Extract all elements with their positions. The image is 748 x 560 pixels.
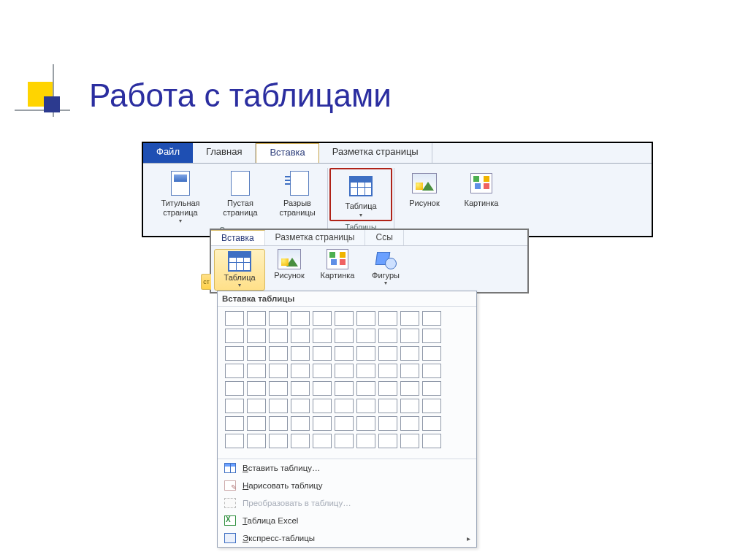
- grid-cell[interactable]: [400, 311, 419, 326]
- grid-cell[interactable]: [422, 399, 441, 413]
- grid-cell[interactable]: [247, 311, 266, 326]
- grid-cell[interactable]: [269, 364, 288, 378]
- grid-cell[interactable]: [356, 346, 375, 361]
- grid-cell[interactable]: [291, 311, 310, 326]
- grid-cell[interactable]: [313, 399, 332, 413]
- grid-cell[interactable]: [269, 329, 288, 343]
- grid-cell[interactable]: [356, 434, 375, 448]
- grid-cell[interactable]: [335, 311, 354, 326]
- grid-cell[interactable]: [335, 434, 354, 448]
- blank-page-button[interactable]: Пустая страница: [212, 168, 269, 224]
- grid-cell[interactable]: [269, 311, 288, 326]
- grid-cell[interactable]: [378, 364, 397, 378]
- grid-cell[interactable]: [422, 311, 441, 326]
- grid-cell[interactable]: [400, 346, 419, 361]
- grid-cell[interactable]: [335, 346, 354, 361]
- grid-cell[interactable]: [269, 416, 288, 431]
- menu-quick-tables[interactable]: Экспресс-таблицы ▸: [218, 529, 476, 547]
- grid-cell[interactable]: [400, 434, 419, 448]
- menu-insert-table[interactable]: Вставить таблицу…: [218, 459, 476, 477]
- cover-page-button[interactable]: Титульная страница ▾: [149, 168, 212, 224]
- grid-cell[interactable]: [225, 399, 244, 413]
- tab-home[interactable]: Главная: [193, 143, 256, 163]
- grid-cell[interactable]: [225, 416, 244, 431]
- tab-file[interactable]: Файл: [143, 143, 193, 163]
- grid-cell[interactable]: [291, 364, 310, 378]
- tab2-page-layout[interactable]: Разметка страницы: [265, 230, 366, 245]
- grid-cell[interactable]: [313, 381, 332, 396]
- grid-cell[interactable]: [247, 399, 266, 413]
- grid-cell[interactable]: [400, 381, 419, 396]
- grid-cell[interactable]: [269, 381, 288, 396]
- grid-cell[interactable]: [247, 364, 266, 378]
- grid-cell[interactable]: [422, 329, 441, 343]
- grid-cell[interactable]: [313, 434, 332, 448]
- grid-cell[interactable]: [291, 381, 310, 396]
- grid-cell[interactable]: [313, 311, 332, 326]
- tab2-insert[interactable]: Вставка: [211, 230, 265, 245]
- grid-cell[interactable]: [225, 311, 244, 326]
- grid-cell[interactable]: [247, 346, 266, 361]
- table-size-grid[interactable]: [218, 307, 476, 459]
- grid-cell[interactable]: [356, 311, 375, 326]
- grid-cell[interactable]: [291, 399, 310, 413]
- collapsed-side-tab[interactable]: ст: [201, 274, 211, 290]
- clipart-button[interactable]: Картинка: [453, 168, 510, 208]
- menu-excel-table[interactable]: Таблица Excel: [218, 512, 476, 529]
- grid-cell[interactable]: [378, 381, 397, 396]
- grid-cell[interactable]: [291, 329, 310, 343]
- grid-cell[interactable]: [356, 399, 375, 413]
- grid-cell[interactable]: [335, 381, 354, 396]
- grid-cell[interactable]: [378, 416, 397, 431]
- table-button[interactable]: Таблица ▾: [332, 171, 389, 218]
- grid-cell[interactable]: [225, 329, 244, 343]
- grid-cell[interactable]: [400, 364, 419, 378]
- tab-page-layout[interactable]: Разметка страницы: [319, 143, 432, 163]
- grid-cell[interactable]: [291, 416, 310, 431]
- grid-cell[interactable]: [247, 329, 266, 343]
- grid-cell[interactable]: [313, 329, 332, 343]
- grid-cell[interactable]: [335, 329, 354, 343]
- grid-cell[interactable]: [269, 346, 288, 361]
- grid-cell[interactable]: [247, 434, 266, 448]
- grid-cell[interactable]: [378, 434, 397, 448]
- grid-cell[interactable]: [422, 416, 441, 431]
- grid-cell[interactable]: [247, 381, 266, 396]
- tab2-references[interactable]: Ссы: [365, 230, 403, 245]
- grid-cell[interactable]: [422, 364, 441, 378]
- picture-button[interactable]: Рисунок: [265, 249, 313, 291]
- grid-cell[interactable]: [335, 364, 354, 378]
- grid-cell[interactable]: [378, 329, 397, 343]
- grid-cell[interactable]: [422, 381, 441, 396]
- grid-cell[interactable]: [291, 346, 310, 361]
- picture-button[interactable]: Рисунок: [396, 168, 453, 208]
- grid-cell[interactable]: [247, 416, 266, 431]
- grid-cell[interactable]: [378, 346, 397, 361]
- page-break-button[interactable]: Разрыв страницы: [269, 168, 326, 224]
- grid-cell[interactable]: [291, 434, 310, 448]
- tab-insert[interactable]: Вставка: [256, 143, 318, 163]
- grid-cell[interactable]: [225, 434, 244, 448]
- grid-cell[interactable]: [269, 434, 288, 448]
- grid-cell[interactable]: [225, 381, 244, 396]
- clipart-button[interactable]: Картинка: [313, 249, 362, 291]
- grid-cell[interactable]: [356, 381, 375, 396]
- grid-cell[interactable]: [400, 329, 419, 343]
- grid-cell[interactable]: [356, 416, 375, 431]
- grid-cell[interactable]: [422, 346, 441, 361]
- grid-cell[interactable]: [313, 346, 332, 361]
- table-button-active[interactable]: Таблица ▾: [214, 249, 265, 291]
- grid-cell[interactable]: [313, 416, 332, 431]
- grid-cell[interactable]: [225, 364, 244, 378]
- grid-cell[interactable]: [225, 346, 244, 361]
- shapes-button[interactable]: Фигуры ▾: [362, 249, 410, 291]
- menu-draw-table[interactable]: Нарисовать таблицу: [218, 477, 476, 494]
- grid-cell[interactable]: [378, 399, 397, 413]
- grid-cell[interactable]: [335, 416, 354, 431]
- grid-cell[interactable]: [422, 434, 441, 448]
- grid-cell[interactable]: [269, 399, 288, 413]
- grid-cell[interactable]: [356, 329, 375, 343]
- grid-cell[interactable]: [335, 399, 354, 413]
- grid-cell[interactable]: [313, 364, 332, 378]
- grid-cell[interactable]: [400, 416, 419, 431]
